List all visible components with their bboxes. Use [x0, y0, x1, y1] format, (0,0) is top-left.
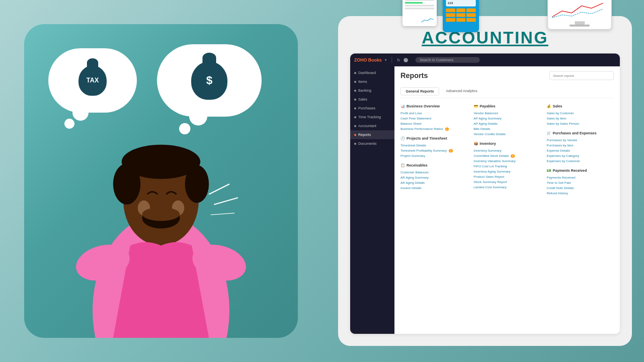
reports-page-title: Reports [400, 72, 428, 80]
section-title-sales: 💰 Sales [547, 104, 614, 108]
main-container: TAX $ [0, 0, 644, 362]
topbar-search[interactable]: Search in Customers [415, 57, 480, 63]
link-sales-by-item[interactable]: Sales by Item [547, 116, 614, 121]
section-title-inventory: 📦 Inventory [474, 142, 541, 146]
sidebar: Dashboard Items Banking Sales [350, 66, 394, 334]
link-ap-aging-details[interactable]: AP Aging Details [474, 121, 541, 126]
sidebar-item-purchases[interactable]: Purchases [350, 104, 394, 113]
report-col-2: 💳 Payables Vendor Balances AP Aging Summ… [474, 104, 541, 196]
sidebar-item-banking[interactable]: Banking [350, 86, 394, 95]
sidebar-label-purchases: Purchases [358, 106, 376, 110]
section-payments: 💵 Payments Received Payments Received Ti… [547, 169, 614, 196]
app-topbar: ZOHO Books ▾ ↻ 🕐 Search in Customers [350, 53, 620, 66]
link-payments-received[interactable]: Payments Received [547, 175, 614, 180]
refresh-icon[interactable]: ↻ [397, 58, 400, 62]
topbar-chevron: ▾ [385, 58, 387, 62]
sidebar-dot-purchases [354, 107, 356, 109]
projects-icon: 🕐 [400, 136, 405, 140]
floating-calculator-icon: 123 [443, 0, 479, 36]
svg-point-9 [185, 165, 209, 203]
sidebar-item-dashboard[interactable]: Dashboard [350, 68, 394, 77]
section-title-receivables: 📋 Receivables [400, 163, 468, 167]
link-ap-aging-summary[interactable]: AP Aging Summary [474, 116, 541, 121]
sidebar-item-time-tracking[interactable]: Time Tracking [350, 113, 394, 121]
sidebar-label-time: Time Tracking [358, 115, 381, 119]
sidebar-label-banking: Banking [358, 88, 372, 93]
badge-new-cs: ● [511, 154, 515, 158]
section-receivables: 📋 Receivables Customer Balances AR Aging… [400, 163, 468, 191]
link-ar-aging-summary[interactable]: AR Aging Summary [400, 175, 468, 180]
link-timesheet-profitability[interactable]: Timesheet Profitability Summary ● [400, 148, 468, 153]
link-profit-loss[interactable]: Profit and Loss [400, 111, 468, 116]
section-title-business-overview: 📊 Business Overview [400, 104, 468, 108]
link-expenses-category[interactable]: Expenses by Category [547, 153, 614, 158]
link-inventory-valuation[interactable]: Inventory Valuation Summary [474, 158, 541, 164]
link-credit-note[interactable]: Credit Note Details [547, 185, 614, 191]
badge-new-ts: ● [449, 149, 453, 152]
link-product-sales[interactable]: Product Sales Report [474, 174, 541, 179]
sidebar-label-sales: Sales [358, 97, 367, 101]
link-cash-flow[interactable]: Cash Flow Statement [400, 116, 468, 121]
sidebar-label-reports: Reports [358, 133, 371, 137]
payments-icon: 💵 [547, 169, 551, 173]
link-expenses-customer[interactable]: Expenses by Customer [547, 158, 614, 164]
purchases-icon: 🛒 [547, 131, 551, 135]
sidebar-label-items: Items [358, 80, 367, 84]
link-sales-by-customer[interactable]: Sales by Customer [547, 111, 614, 116]
link-timesheet-details[interactable]: Timesheet Details [400, 143, 468, 148]
link-refund-history[interactable]: Refund History [547, 191, 614, 196]
tab-advanced-analytics[interactable]: Advanced Analytics [441, 87, 482, 95]
link-vendor-balances[interactable]: Vendor Balances [474, 111, 541, 116]
svg-line-11 [214, 198, 238, 205]
sidebar-item-documents[interactable]: Documents [350, 139, 394, 148]
tabs-row: General Reports Advanced Analytics [400, 87, 614, 98]
sidebar-item-accountant[interactable]: Accountant [350, 121, 394, 130]
link-fifo-cost[interactable]: FIFO Cost Lot Tracking [474, 164, 541, 169]
sales-section-icon: 💰 [547, 104, 551, 108]
clock-icon[interactable]: 🕐 [403, 58, 408, 62]
section-title-projects: 🕐 Projects and Timesheet [400, 136, 468, 140]
sidebar-item-items[interactable]: Items [350, 77, 394, 86]
sidebar-dot-time [354, 116, 356, 118]
link-inventory-summary[interactable]: Inventory Summary [474, 148, 541, 153]
accounting-title: ACCOUNTING [350, 28, 620, 47]
section-purchases-expenses: 🛒 Purchases and Expenses Purchases by Ve… [547, 131, 614, 164]
sidebar-item-sales[interactable]: Sales [350, 95, 394, 104]
link-sales-by-person[interactable]: Sales by Sales Person [547, 121, 614, 126]
link-balance-sheet[interactable]: Balance Sheet [400, 121, 468, 126]
svg-point-6 [142, 207, 180, 221]
floating-ledger-icon [402, 0, 437, 34]
app-window: ZOHO Books ▾ ↻ 🕐 Search in Customers Das… [350, 53, 620, 334]
link-stock-summary[interactable]: Stock Summary Report [474, 179, 541, 185]
payables-icon: 💳 [474, 104, 478, 108]
section-title-payments: 💵 Payments Received [547, 169, 614, 173]
link-inventory-aging[interactable]: Inventory Aging Summary [474, 169, 541, 174]
section-projects-timesheet: 🕐 Projects and Timesheet Timesheet Detai… [400, 136, 468, 158]
sidebar-dot-sales [354, 99, 356, 101]
link-purchases-vendor[interactable]: Purchases by Vendor [547, 138, 614, 143]
sidebar-item-reports[interactable]: Reports [350, 130, 394, 139]
svg-point-8 [113, 164, 140, 205]
svg-line-12 [211, 213, 235, 215]
link-project-summary[interactable]: Project Summary [400, 153, 468, 158]
receivables-icon: 📋 [400, 163, 405, 167]
link-business-perf[interactable]: Business Performance Ratios ● [400, 126, 468, 132]
sidebar-dot-banking [354, 90, 356, 92]
section-title-purchases: 🛒 Purchases and Expenses [547, 131, 614, 135]
link-expense-details[interactable]: Expense Details [547, 148, 614, 153]
tab-general-reports[interactable]: General Reports [400, 87, 439, 95]
report-col-1: 📊 Business Overview Profit and Loss Cash… [400, 104, 468, 196]
link-invoice-details[interactable]: Invoice Details [400, 185, 468, 191]
sidebar-dot-dashboard [354, 72, 356, 74]
link-customer-balances[interactable]: Customer Balances [400, 170, 468, 175]
search-reports-input[interactable] [549, 71, 614, 80]
link-vendor-credits[interactable]: Vendor Credits Details [474, 132, 541, 137]
inventory-icon: 📦 [474, 142, 478, 146]
link-purchases-item[interactable]: Purchases by Item [547, 143, 614, 148]
main-content: Reports General Reports Advanced Analyti… [394, 66, 620, 334]
link-ar-aging-details[interactable]: AR Aging Details [400, 180, 468, 185]
link-time-to-paid[interactable]: Time to Get Paid [547, 180, 614, 185]
link-committed-stock[interactable]: Committed Stock Details ● [474, 153, 541, 158]
link-landed-cost[interactable]: Landed Cost Summary [474, 185, 541, 190]
link-bills-details[interactable]: Bills Details [474, 126, 541, 132]
